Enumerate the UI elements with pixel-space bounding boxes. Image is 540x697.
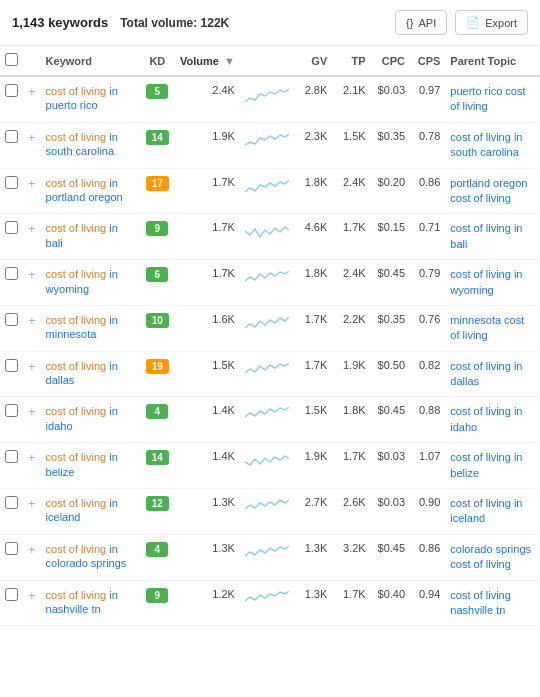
parent-topic-cell: puerto rico cost of living	[445, 76, 540, 122]
parent-topic-link[interactable]: cost of living in belize	[450, 451, 522, 478]
table-row: +cost of living in colorado springs41.3K…	[0, 534, 540, 580]
gv-cell: 1.7K	[294, 305, 332, 351]
cpc-cell: $0.45	[371, 397, 410, 443]
row-checkbox[interactable]	[5, 130, 18, 143]
row-checkbox[interactable]	[5, 221, 18, 234]
add-keyword-icon[interactable]: +	[28, 450, 36, 465]
cps-cell: 0.97	[410, 76, 445, 122]
gv-cell: 1.3K	[294, 580, 332, 626]
add-keyword-icon[interactable]: +	[28, 130, 36, 145]
table-row: +cost of living in minnesota101.6K 1.7K2…	[0, 305, 540, 351]
trend-cell	[240, 260, 294, 306]
keyword-highlight[interactable]: cost of living	[46, 497, 107, 509]
trend-sparkline	[245, 359, 289, 381]
parent-topic-link[interactable]: colorado springs cost of living	[450, 543, 531, 570]
keyword-count: 1,143 keywords	[12, 15, 108, 30]
row-checkbox[interactable]	[5, 267, 18, 280]
cps-cell: 0.76	[410, 305, 445, 351]
add-keyword-icon[interactable]: +	[28, 359, 36, 374]
trend-sparkline	[245, 542, 289, 564]
parent-topic-link[interactable]: cost of living in iceland	[450, 497, 522, 524]
cpc-cell: $0.35	[371, 122, 410, 168]
table-header: Keyword KD Volume ▼ GV TP CPC CPS Parent…	[0, 46, 540, 76]
parent-topic-cell: cost of living in wyoming	[445, 260, 540, 306]
tp-cell: 2.6K	[332, 489, 370, 535]
trend-sparkline	[245, 176, 289, 198]
select-all-checkbox[interactable]	[5, 53, 18, 66]
add-keyword-icon[interactable]: +	[28, 542, 36, 557]
keyword-highlight[interactable]: cost of living	[46, 268, 107, 280]
row-checkbox[interactable]	[5, 496, 18, 509]
row-checkbox[interactable]	[5, 176, 18, 189]
trend-cell	[240, 534, 294, 580]
tp-cell: 1.7K	[332, 443, 370, 489]
trend-sparkline	[245, 496, 289, 518]
keyword-highlight[interactable]: cost of living	[46, 131, 107, 143]
row-checkbox[interactable]	[5, 450, 18, 463]
row-checkbox[interactable]	[5, 84, 18, 97]
parent-topic-link[interactable]: cost of living in wyoming	[450, 268, 522, 295]
table-row: +cost of living in bali91.7K 4.6K1.7K$0.…	[0, 214, 540, 260]
gv-cell: 2.8K	[294, 76, 332, 122]
keyword-highlight[interactable]: cost of living	[46, 177, 107, 189]
col-check	[0, 46, 23, 76]
add-keyword-icon[interactable]: +	[28, 221, 36, 236]
table-row: +cost of living in belize141.4K 1.9K1.7K…	[0, 443, 540, 489]
kd-cell: 12	[140, 489, 175, 535]
add-keyword-icon[interactable]: +	[28, 588, 36, 603]
col-volume[interactable]: Volume ▼	[175, 46, 240, 76]
keyword-highlight[interactable]: cost of living	[46, 314, 107, 326]
volume-cell: 1.3K	[175, 489, 240, 535]
gv-cell: 4.6K	[294, 214, 332, 260]
kd-cell: 9	[140, 214, 175, 260]
trend-sparkline	[245, 313, 289, 335]
row-checkbox[interactable]	[5, 313, 18, 326]
keyword-highlight[interactable]: cost of living	[46, 222, 107, 234]
kd-badge: 10	[146, 313, 169, 328]
add-keyword-icon[interactable]: +	[28, 84, 36, 99]
gv-cell: 1.7K	[294, 351, 332, 397]
cps-cell: 0.90	[410, 489, 445, 535]
keyword-highlight[interactable]: cost of living	[46, 405, 107, 417]
tp-cell: 1.8K	[332, 397, 370, 443]
tp-cell: 2.4K	[332, 260, 370, 306]
add-keyword-icon[interactable]: +	[28, 313, 36, 328]
parent-topic-link[interactable]: cost of living in bali	[450, 222, 522, 249]
kd-badge: 5	[146, 84, 168, 99]
keyword-highlight[interactable]: cost of living	[46, 85, 107, 97]
parent-topic-link[interactable]: cost of living in idaho	[450, 405, 522, 432]
kd-badge: 9	[146, 588, 168, 603]
trend-cell	[240, 214, 294, 260]
parent-topic-link[interactable]: minnesota cost of living	[450, 314, 524, 341]
keyword-highlight[interactable]: cost of living	[46, 589, 107, 601]
row-checkbox[interactable]	[5, 404, 18, 417]
parent-topic-link[interactable]: cost of living in dallas	[450, 360, 522, 387]
parent-topic-link[interactable]: cost of living in south carolina	[450, 131, 522, 158]
keyword-cell: cost of living in idaho	[41, 397, 140, 443]
api-button[interactable]: {} API	[395, 10, 447, 35]
parent-topic-link[interactable]: cost of living nashville tn	[450, 589, 511, 616]
parent-topic-cell: minnesota cost of living	[445, 305, 540, 351]
row-checkbox[interactable]	[5, 542, 18, 555]
row-checkbox[interactable]	[5, 359, 18, 372]
add-keyword-icon[interactable]: +	[28, 176, 36, 191]
kd-cell: 10	[140, 305, 175, 351]
keyword-highlight[interactable]: cost of living	[46, 451, 107, 463]
keywords-table: Keyword KD Volume ▼ GV TP CPC CPS Parent…	[0, 46, 540, 626]
col-parent: Parent Topic	[445, 46, 540, 76]
volume-cell: 1.5K	[175, 351, 240, 397]
row-checkbox[interactable]	[5, 588, 18, 601]
api-icon: {}	[406, 17, 413, 29]
keyword-cell: cost of living in wyoming	[41, 260, 140, 306]
volume-cell: 2.4K	[175, 76, 240, 122]
parent-topic-link[interactable]: puerto rico cost of living	[450, 85, 525, 112]
add-keyword-icon[interactable]: +	[28, 267, 36, 282]
add-keyword-icon[interactable]: +	[28, 404, 36, 419]
keyword-highlight[interactable]: cost of living	[46, 360, 107, 372]
add-keyword-icon[interactable]: +	[28, 496, 36, 511]
export-button[interactable]: 📄 Export	[455, 10, 528, 35]
cpc-cell: $0.35	[371, 305, 410, 351]
keyword-highlight[interactable]: cost of living	[46, 543, 107, 555]
kd-badge: 6	[146, 267, 168, 282]
parent-topic-link[interactable]: portland oregon cost of living	[450, 177, 527, 204]
